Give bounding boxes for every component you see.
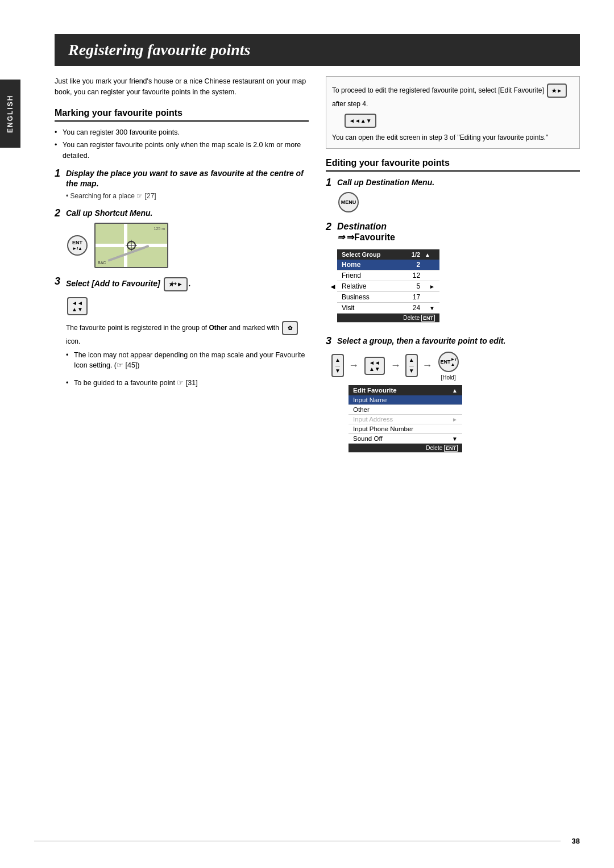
right-step-num-2: 2	[326, 222, 335, 232]
map-bac-label: BAC	[98, 261, 106, 265]
edit-cell-other-nav	[447, 405, 462, 415]
note-sub-btn[interactable]: ◄◄▲▼	[345, 114, 376, 128]
page-container: ENGLISH Registering favourite points Jus…	[0, 0, 614, 868]
right-step-1: 1 Call up Destination Menu. MENU	[326, 177, 580, 214]
note-icon-row: ◄◄▲▼	[343, 112, 574, 129]
left-step-1: 1 Display the place you want to save as …	[55, 168, 309, 200]
seq-sub-btn[interactable]: ◄◄▲▼	[364, 357, 385, 375]
up-down-nav-1[interactable]: ▲ — ▼	[331, 354, 344, 377]
ent-button[interactable]: ENT►/▲	[67, 235, 88, 256]
favourite-label: ⇒ ⇒Favourite	[337, 232, 395, 243]
table-cell-friend-scroll	[425, 270, 439, 281]
map-crosshair	[127, 241, 136, 250]
edit-row-input-address: Input Address ►	[349, 415, 462, 424]
edit-cell-input-name: Input Name	[349, 395, 447, 405]
table-header-page: 1/2	[401, 249, 425, 260]
table-delete-cell[interactable]: Delete ENT	[337, 314, 439, 323]
edit-row-sound-off[interactable]: Sound Off ▼	[349, 434, 462, 444]
edit-row-input-name[interactable]: Input Name	[349, 395, 462, 405]
table-row-relative[interactable]: Relative 5 ►	[337, 281, 439, 292]
step-2-text: Call up Shortcut Menu.	[66, 208, 152, 218]
table-cell-visit-scroll: ▼	[425, 303, 439, 314]
ent-button-container: ENT►/▲	[66, 234, 89, 257]
note-box: To proceed to edit the registered favour…	[326, 76, 580, 149]
fav-icon-flower: ✿	[282, 321, 298, 335]
destination-label: Destination	[337, 222, 395, 232]
table-cell-home: Home	[337, 260, 401, 270]
table-cell-business-val: 17	[401, 292, 425, 303]
bullet-item-2: You can register favourite points only w…	[55, 140, 309, 161]
menu-button[interactable]: MENU	[338, 192, 359, 212]
left-step-3-header: 3 Select [Add to Favourite] ★+►.	[55, 276, 309, 292]
english-tab: ENGLISH	[0, 80, 20, 148]
step-num-1: 1	[55, 168, 64, 178]
right-step-3: 3 Select a group, then a favourite point…	[326, 336, 580, 453]
edit-cell-input-name-nav	[447, 395, 462, 405]
edit-favourite-table: Edit Favourite ▲ Input Name	[349, 385, 462, 453]
table-nav-left-icon[interactable]: ◄	[329, 282, 337, 290]
edit-row-other[interactable]: Other	[349, 405, 462, 415]
up-arrow: ▲	[335, 357, 341, 363]
table-scroll-up[interactable]: ▲	[425, 249, 439, 260]
left-step-2-header: 2 Call up Shortcut Menu.	[55, 208, 309, 218]
right-step-2: 2 Destination ⇒ ⇒Favourite ◄	[326, 222, 580, 328]
step3-icon-row: ◄◄▲▼	[66, 296, 309, 316]
map-scale: 125 m	[154, 227, 165, 231]
left-step-2: 2 Call up Shortcut Menu. ENT►/▲	[55, 208, 309, 268]
right-step-3-header: 3 Select a group, then a favourite point…	[326, 336, 580, 346]
edit-cell-input-address: Input Address	[349, 415, 447, 424]
edit-cell-phone-nav	[447, 424, 462, 434]
edit-cell-phone: Input Phone Number	[349, 424, 447, 434]
table-row-visit[interactable]: Visit 24 ▼	[337, 303, 439, 314]
right-step-2-header: 2 Destination ⇒ ⇒Favourite	[326, 222, 580, 243]
right-step-1-header: 1 Call up Destination Menu.	[326, 177, 580, 187]
table-row-home[interactable]: Home 2	[337, 260, 439, 270]
step3-sub-btn[interactable]: ◄◄▲▼	[67, 297, 88, 315]
ent-button-hold[interactable]: ENT►/▲	[438, 352, 459, 372]
edit-cell-sound-off-nav: ▼	[447, 434, 462, 444]
right-step-num-3: 3	[326, 336, 335, 346]
arrow-sequence: ▲ — ▼ → ◄◄▲▼ → ▲ — ▼ → ENT►/▲	[331, 350, 580, 381]
right-step-num-1: 1	[326, 177, 335, 187]
bullet-item-1: You can register 300 favourite points.	[55, 127, 309, 138]
step3-bullet-2: To be guided to a favourite point ☞ [31]	[66, 378, 309, 389]
table-cell-friend: Friend	[337, 270, 401, 281]
right-step1-icon-row: MENU	[337, 191, 580, 214]
table-header-group: Select Group	[337, 249, 401, 260]
table-row-business[interactable]: Business 17	[337, 292, 439, 303]
ent-label: ENT►/▲	[72, 240, 82, 251]
edit-row-phone[interactable]: Input Phone Number	[349, 424, 462, 434]
edit-fav-icon[interactable]: ★►	[547, 84, 567, 98]
left-column: Just like you mark your friend's house o…	[55, 76, 309, 461]
table-cell-relative: Relative	[337, 281, 401, 292]
up-down-nav-2[interactable]: ▲ — ▼	[405, 354, 418, 377]
seq-arrow-2: →	[391, 360, 401, 372]
table-cell-relative-nav[interactable]: ►	[425, 281, 439, 292]
table-cell-friend-val: 12	[401, 270, 425, 281]
edit-table-wrapper: Edit Favourite ▲ Input Name	[337, 385, 580, 453]
ent-hold-container: ENT►/▲ [Hold]	[437, 350, 460, 381]
table-cell-visit-val: 24	[401, 303, 425, 314]
table-row-friend[interactable]: Friend 12	[337, 270, 439, 281]
up-arrow-2: ▲	[409, 357, 414, 363]
table-cell-home-scroll	[425, 260, 439, 270]
step3-bullets: The icon may not appear depending on the…	[66, 350, 309, 372]
intro-text: Just like you mark your friend's house o…	[55, 76, 309, 98]
edit-table-scroll-up[interactable]: ▲	[447, 385, 462, 395]
bullet-list: You can register 300 favourite points. Y…	[55, 127, 309, 161]
step-1-text: Display the place you want to save as fa…	[66, 168, 309, 189]
add-fav-icon[interactable]: ★+►	[164, 277, 188, 291]
select-group-table: Select Group 1/2 ▲ Home 2	[337, 249, 439, 323]
step-num-2: 2	[55, 208, 64, 218]
step3-bullets-2: To be guided to a favourite point ☞ [31]	[66, 378, 309, 389]
note-text-1: To proceed to edit the registered favour…	[332, 82, 574, 109]
page-title: Registering favourite points	[68, 41, 566, 59]
edit-table-footer: Delete ENT	[349, 444, 462, 453]
right-step-1-text: Call up Destination Menu.	[337, 177, 434, 187]
page-number: 38	[572, 837, 580, 845]
edit-delete-cell[interactable]: Delete ENT	[349, 444, 462, 453]
edit-cell-input-address-nav[interactable]: ►	[447, 415, 462, 424]
step-1-sub: Searching for a place ☞ [27]	[66, 192, 309, 200]
seq-arrow-3: →	[422, 360, 433, 372]
title-bar: Registering favourite points	[55, 34, 580, 66]
